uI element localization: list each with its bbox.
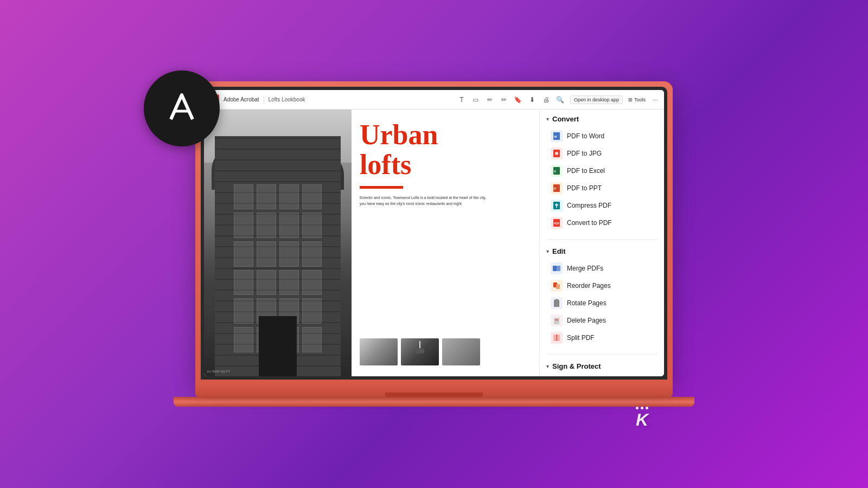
sign-section-header[interactable]: ▾ Sign & Protect <box>546 362 658 370</box>
rotate-pages-icon <box>551 297 563 309</box>
pen-tool-icon[interactable]: ✏ <box>486 95 494 104</box>
svg-text:X: X <box>554 170 556 173</box>
pdf-to-jpg-item[interactable]: PDF to JPG <box>546 145 658 162</box>
convert-section-header[interactable]: ▾ Convert <box>546 115 658 123</box>
kt-dot-2 <box>641 407 643 409</box>
knowtechie-logo: K <box>636 407 648 428</box>
sign-chevron-icon: ▾ <box>546 363 549 369</box>
file-name-label: Lofts Lookbook <box>269 97 305 102</box>
kt-dot-3 <box>646 407 648 409</box>
pdf-title-line2: lofts <box>360 149 411 180</box>
edit-section: ▾ Edit Merge PDFs <box>540 242 664 352</box>
convert-to-pdf-item[interactable]: PDF Convert to PDF <box>546 214 658 232</box>
svg-text:PDF: PDF <box>554 222 559 225</box>
kt-letter: K <box>636 410 648 429</box>
window <box>234 270 253 296</box>
window <box>234 327 253 352</box>
toolbar: A Adobe Acrobat Lofts Lookbook T ▭ ✏ <box>204 90 664 110</box>
window <box>257 184 276 210</box>
pdf-thumbnail-3 <box>442 338 480 365</box>
screen-content: A Adobe Acrobat Lofts Lookbook T ▭ ✏ <box>204 90 664 376</box>
convert-chevron-icon: ▾ <box>546 116 549 122</box>
svg-rect-12 <box>553 266 557 271</box>
edit-chevron-icon: ▾ <box>546 248 549 254</box>
window <box>302 327 322 352</box>
laptop-stand <box>174 397 694 407</box>
delete-pages-item[interactable]: Delete Pages <box>546 312 658 329</box>
edit-section-header[interactable]: ▾ Edit <box>546 247 658 255</box>
bookmark-icon[interactable]: 🔖 <box>514 95 522 104</box>
svg-point-3 <box>555 152 558 155</box>
reorder-pages-item[interactable]: Reorder Pages <box>546 277 658 294</box>
print-icon[interactable]: 🖨 <box>542 95 551 104</box>
pdf-to-jpg-icon <box>551 147 563 159</box>
window <box>302 270 322 296</box>
window <box>279 213 299 238</box>
pdf-thumbnails <box>360 338 531 365</box>
download-icon[interactable]: ⬇ <box>528 95 537 104</box>
pdf-to-ppt-item[interactable]: P PDF to PPT <box>546 179 658 197</box>
merge-pdfs-item[interactable]: Merge PDFs <box>546 260 658 277</box>
svg-text:W: W <box>554 135 557 138</box>
toolbar-right-tools: T ▭ ✏ ✏ 🔖 ⬇ 🖨 <box>457 95 660 104</box>
window <box>302 241 322 267</box>
building-main <box>215 136 341 376</box>
highlight-tool-icon[interactable]: ✏ <box>500 95 508 104</box>
image-caption: H | 5000 SQ FT <box>207 370 230 373</box>
text-tool-icon[interactable]: T <box>457 95 466 104</box>
svg-rect-16 <box>554 300 559 307</box>
svg-text:P: P <box>554 187 556 190</box>
merge-pdfs-icon <box>551 262 563 274</box>
pdf-to-excel-icon: X <box>551 165 563 177</box>
fill-sign-item[interactable]: Fill & Sign ⬛ <box>546 375 658 376</box>
svg-rect-13 <box>557 266 560 271</box>
svg-rect-17 <box>554 318 559 324</box>
toolbar-separator <box>264 95 264 104</box>
rotate-pages-label: Rotate Pages <box>567 299 607 307</box>
compress-pdf-label: Compress PDF <box>567 202 611 209</box>
sign-section-title: Sign & Protect <box>552 362 601 370</box>
svg-rect-15 <box>556 284 560 289</box>
rotate-pages-item[interactable]: Rotate Pages <box>546 294 658 312</box>
pdf-to-jpg-label: PDF to JPG <box>567 150 602 157</box>
compress-pdf-item[interactable]: Compress PDF <box>546 197 658 214</box>
window <box>257 241 276 267</box>
pdf-to-excel-item[interactable]: X PDF to Excel <box>546 162 658 179</box>
pdf-to-word-item[interactable]: W PDF to Word <box>546 127 658 145</box>
delete-pages-icon <box>551 314 563 326</box>
open-desktop-button[interactable]: Open in desktop app <box>570 95 623 104</box>
merge-pdfs-label: Merge PDFs <box>567 265 603 272</box>
pdf-thumbnail-1 <box>360 338 398 365</box>
pdf-viewer: H | 5000 SQ FT Urban lofts Eclect <box>204 110 539 376</box>
more-options-icon[interactable]: ··· <box>651 95 660 104</box>
grid-icon: ⊞ <box>628 97 633 102</box>
window <box>234 213 253 238</box>
app-name-label: Adobe Acrobat <box>224 97 259 102</box>
main-area: H | 5000 SQ FT Urban lofts Eclect <box>204 110 664 376</box>
search-icon[interactable]: 🔍 <box>556 95 565 104</box>
kt-dots <box>636 407 648 409</box>
pdf-right-content: Urban lofts Eclectic and iconic, Townsen… <box>352 110 539 376</box>
shape-tool-icon[interactable]: ▭ <box>471 95 480 104</box>
convert-section-title: Convert <box>552 115 579 123</box>
laptop-wrapper: A Adobe Acrobat Lofts Lookbook T ▭ ✏ <box>176 38 692 450</box>
kt-dot-1 <box>636 407 639 409</box>
tools-button[interactable]: ⊞ Tools <box>628 97 646 102</box>
screen-bezel: A Adobe Acrobat Lofts Lookbook T ▭ ✏ <box>201 87 667 380</box>
split-pdf-icon <box>551 332 563 344</box>
window <box>234 298 253 324</box>
sign-section: ▾ Sign & Protect Fill & Sign ⬛ <box>540 357 664 376</box>
panel-divider-2 <box>546 354 658 355</box>
window <box>302 184 322 210</box>
pdf-title: Urban lofts <box>360 120 531 179</box>
right-tools-panel: ▾ Convert W PDF to Word <box>539 110 664 376</box>
window <box>279 241 299 267</box>
split-pdf-item[interactable]: Split PDF <box>546 329 658 346</box>
pdf-title-divider <box>360 186 403 189</box>
laptop-screen-body: A Adobe Acrobat Lofts Lookbook T ▭ ✏ <box>195 81 673 385</box>
pdf-to-word-icon: W <box>551 130 563 142</box>
pdf-title-line1: Urban <box>360 119 438 150</box>
window <box>234 184 253 210</box>
adobe-logo-icon <box>160 87 203 130</box>
window <box>279 270 299 296</box>
